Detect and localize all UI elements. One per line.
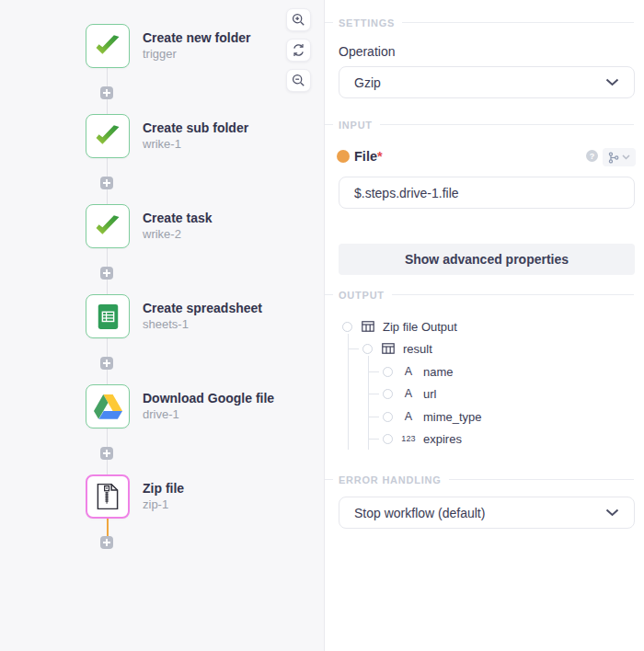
settings-section-header: SETTINGS bbox=[325, 17, 634, 29]
zoom-out-button[interactable] bbox=[286, 69, 311, 92]
google-drive-icon bbox=[94, 394, 122, 419]
zip-file-icon bbox=[97, 483, 119, 510]
step-subtitle: zip-1 bbox=[143, 497, 317, 512]
string-type-icon: A bbox=[400, 387, 417, 400]
tree-node-label[interactable]: expires bbox=[423, 432, 462, 446]
zoom-out-icon bbox=[292, 74, 305, 87]
tree-radio[interactable] bbox=[383, 367, 393, 377]
zoom-in-button[interactable] bbox=[286, 8, 311, 31]
file-field-label: File* bbox=[354, 149, 383, 164]
tree-radio[interactable] bbox=[342, 322, 352, 332]
add-step-button[interactable] bbox=[100, 177, 113, 189]
help-icon[interactable]: ? bbox=[586, 150, 598, 162]
svg-text:?: ? bbox=[590, 152, 595, 161]
file-label-text: File bbox=[354, 149, 377, 164]
step-title: Create sub folder bbox=[143, 120, 317, 136]
field-mapping-button[interactable] bbox=[603, 148, 636, 166]
workflow-step-create-sub-folder[interactable]: Create sub folder wrike-1 bbox=[86, 114, 317, 158]
output-tree-row: A url bbox=[325, 383, 644, 405]
output-header-label: OUTPUT bbox=[339, 290, 385, 301]
output-tree-row: A name bbox=[325, 360, 644, 383]
google-sheets-icon bbox=[98, 303, 119, 330]
chevron-down-icon bbox=[605, 508, 619, 517]
operation-label: Operation bbox=[339, 44, 395, 59]
wrike-check-icon bbox=[94, 124, 121, 148]
tree-radio[interactable] bbox=[383, 412, 393, 422]
field-status-dot bbox=[337, 150, 350, 163]
required-asterisk: * bbox=[377, 149, 383, 164]
workflow-step-create-task[interactable]: Create task wrike-2 bbox=[86, 204, 317, 248]
output-tree-row: Zip file Output bbox=[325, 315, 644, 337]
step-title: Download Google file bbox=[143, 391, 317, 406]
step-config-panel: SETTINGS Operation Gzip INPUT File* ? bbox=[325, 0, 644, 651]
chevron-down-icon bbox=[622, 154, 630, 160]
add-step-button[interactable] bbox=[100, 536, 113, 549]
tree-node-label[interactable]: result bbox=[403, 342, 432, 356]
tree-radio[interactable] bbox=[362, 344, 373, 354]
step-title: Zip file bbox=[143, 481, 317, 497]
error-handling-section-header: ERROR HANDLING bbox=[325, 474, 634, 485]
reset-view-button[interactable] bbox=[286, 39, 311, 62]
show-advanced-properties-button[interactable]: Show advanced properties bbox=[339, 244, 635, 275]
string-type-icon: A bbox=[400, 410, 417, 423]
tree-node-label[interactable]: Zip file Output bbox=[383, 320, 457, 334]
workflow-canvas[interactable]: Create new folder trigger Create sub fol… bbox=[0, 0, 325, 651]
workflow-step-download-google-file[interactable]: Download Google file drive-1 bbox=[86, 384, 317, 428]
step-icon-box[interactable] bbox=[86, 384, 130, 428]
output-tree-row: 123 expires bbox=[325, 428, 644, 450]
input-header-label: INPUT bbox=[339, 120, 373, 131]
object-type-icon bbox=[360, 321, 376, 332]
string-type-icon: A bbox=[400, 365, 417, 378]
refresh-icon bbox=[292, 43, 305, 57]
tree-node-label[interactable]: mime_type bbox=[423, 410, 482, 424]
output-tree-row: result bbox=[325, 337, 644, 360]
add-step-button[interactable] bbox=[100, 267, 113, 280]
error-handling-value: Stop workflow (default) bbox=[354, 506, 485, 520]
step-subtitle: sheets-1 bbox=[143, 317, 317, 332]
add-step-button[interactable] bbox=[100, 447, 113, 460]
settings-header-label: SETTINGS bbox=[339, 17, 395, 29]
add-step-button[interactable] bbox=[100, 86, 113, 99]
workflow-step-create-new-folder[interactable]: Create new folder trigger bbox=[86, 24, 317, 68]
step-subtitle: drive-1 bbox=[143, 407, 317, 422]
object-type-icon bbox=[380, 343, 397, 354]
branch-mapping-icon bbox=[608, 152, 619, 164]
number-type-icon: 123 bbox=[400, 434, 417, 443]
file-input-field[interactable]: $.steps.drive-1.file bbox=[339, 177, 635, 209]
chevron-down-icon bbox=[605, 78, 619, 86]
add-step-button[interactable] bbox=[100, 357, 113, 370]
step-icon-box-selected[interactable] bbox=[86, 474, 130, 519]
output-tree-row: A mime_type bbox=[325, 405, 644, 428]
step-subtitle: wrike-2 bbox=[143, 227, 317, 242]
tree-node-label[interactable]: name bbox=[423, 365, 454, 379]
error-handling-select[interactable]: Stop workflow (default) bbox=[339, 497, 635, 529]
step-icon-box[interactable] bbox=[86, 294, 130, 338]
tree-node-label[interactable]: url bbox=[423, 387, 436, 401]
zoom-in-icon bbox=[292, 13, 305, 27]
workflow-step-create-spreadsheet[interactable]: Create spreadsheet sheets-1 bbox=[86, 294, 317, 338]
input-section-header: INPUT bbox=[325, 119, 634, 131]
operation-select[interactable]: Gzip bbox=[339, 66, 635, 98]
wrike-check-icon bbox=[94, 214, 121, 238]
output-section-header: OUTPUT bbox=[325, 289, 634, 301]
wrike-check-icon bbox=[94, 34, 121, 58]
file-input-value: $.steps.drive-1.file bbox=[354, 186, 459, 200]
workflow-step-zip-file[interactable]: Zip file zip-1 bbox=[86, 474, 317, 519]
step-icon-box[interactable] bbox=[86, 114, 130, 158]
step-title: Create spreadsheet bbox=[143, 301, 317, 316]
operation-value: Gzip bbox=[354, 75, 381, 90]
tree-radio[interactable] bbox=[383, 434, 393, 444]
step-connector-line-active bbox=[107, 519, 109, 536]
step-icon-box[interactable] bbox=[86, 24, 130, 68]
step-title: Create task bbox=[143, 211, 317, 226]
step-icon-box[interactable] bbox=[86, 204, 130, 248]
tree-radio[interactable] bbox=[383, 389, 393, 399]
error-handling-header-label: ERROR HANDLING bbox=[339, 474, 442, 485]
step-subtitle: wrike-1 bbox=[143, 137, 317, 152]
